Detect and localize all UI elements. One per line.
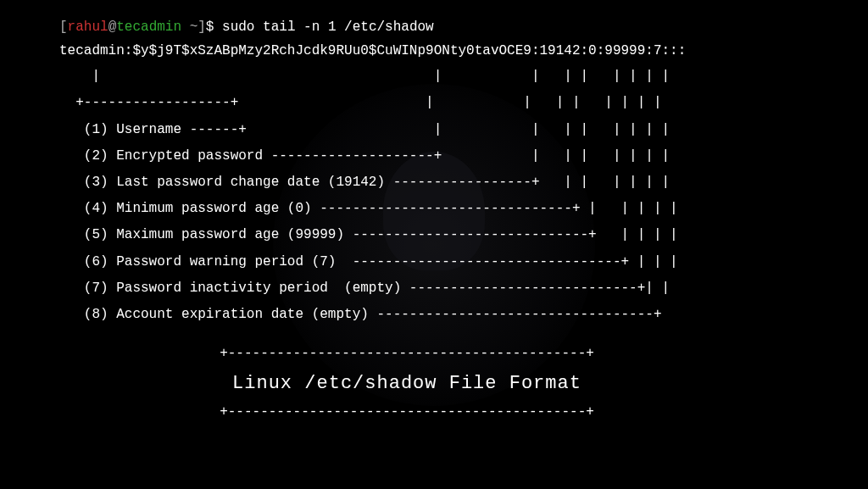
terminal-prompt-line: [rahul@tecadmin ~]$ sudo tail -n 1 /etc/… bbox=[59, 17, 868, 39]
prompt-command: sudo tail -n 1 /etc/shadow bbox=[222, 19, 434, 35]
title-text: Linux /etc/shadow File Format bbox=[170, 365, 644, 402]
title-top-border: +---------------------------------------… bbox=[170, 343, 644, 365]
prompt-dollar: $ bbox=[206, 19, 222, 35]
prompt-at: @ bbox=[108, 19, 117, 35]
title-box: +---------------------------------------… bbox=[170, 343, 644, 423]
shadow-file-output: tecadmin:$y$j9T$xSzABpMzy2RchJcdk9RUu0$C… bbox=[59, 41, 868, 63]
prompt-user: rahul bbox=[68, 19, 108, 35]
prompt-tilde: ~ bbox=[181, 19, 198, 35]
title-bottom-border: +---------------------------------------… bbox=[170, 402, 644, 424]
prompt-open-bracket: [ bbox=[59, 19, 68, 35]
prompt-close-bracket: ] bbox=[198, 19, 206, 35]
prompt-host: tecadmin bbox=[116, 19, 181, 35]
field-diagram: | | | | | | | | | +------------------+ |… bbox=[59, 64, 868, 328]
